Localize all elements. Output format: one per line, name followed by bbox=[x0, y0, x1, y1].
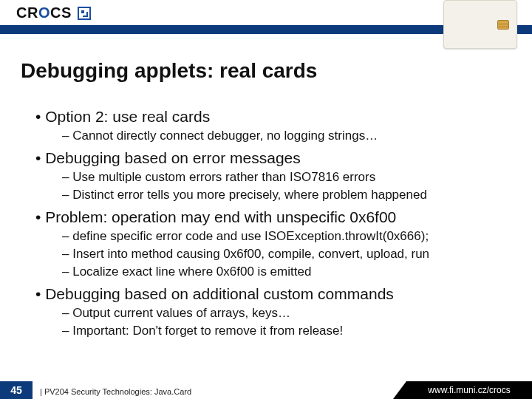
logo-post: CS bbox=[50, 4, 72, 21]
bullet-l2: Insert into method causing 0x6f00, compi… bbox=[62, 247, 517, 262]
logo-pre: CR bbox=[16, 4, 38, 21]
footer-site: www.fi.muni.cz/crocs bbox=[406, 381, 532, 399]
footer: 45 | PV204 Security Technologies: Java.C… bbox=[0, 381, 532, 399]
course-label: | PV204 Security Technologies: Java.Card bbox=[40, 387, 191, 396]
bullet-l2: Use multiple custom errors rather than I… bbox=[62, 170, 517, 185]
chip-icon bbox=[497, 20, 509, 30]
header: CROCS bbox=[0, 0, 532, 41]
bullet-l1: Debugging based on error messages bbox=[35, 149, 517, 167]
bullet-l1: Option 2: use real cards bbox=[35, 108, 517, 126]
slide-title: Debugging applets: real cards bbox=[21, 59, 317, 83]
bullet-l1: Problem: operation may end with unspecif… bbox=[35, 208, 517, 226]
bullet-l2: Important: Don't forget to remove it fro… bbox=[62, 324, 517, 338]
bullet-l2: Cannot directly connect debugger, no log… bbox=[62, 129, 517, 143]
bullet-l1: Debugging based on additional custom com… bbox=[35, 285, 517, 303]
bullet-l2: Distinct error tells you more precisely,… bbox=[62, 188, 517, 202]
logo: CROCS bbox=[16, 4, 91, 21]
logo-o: O bbox=[38, 4, 50, 21]
slide: CROCS Debugging applets: real cards Opti… bbox=[0, 0, 532, 399]
page-number: 45 bbox=[0, 381, 33, 399]
logo-text: CROCS bbox=[16, 4, 91, 21]
logo-box-icon bbox=[78, 7, 91, 20]
smartcard-icon bbox=[443, 0, 517, 49]
slide-body: Option 2: use real cards Cannot directly… bbox=[21, 103, 517, 338]
bullet-l2: Localize exact line where 0x6f00 is emit… bbox=[62, 265, 517, 279]
bullet-l2: Output current values of arrays, keys… bbox=[62, 306, 517, 321]
bullet-l2: define specific error code and use ISOEx… bbox=[62, 229, 517, 244]
